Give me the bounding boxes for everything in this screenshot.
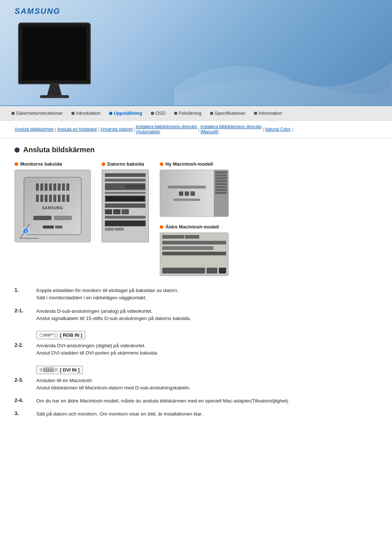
mac-old-port-2	[185, 235, 199, 239]
rgb-pins	[44, 334, 54, 336]
page-title: Ansluta bildskärmen	[23, 146, 95, 154]
nav-item-setup[interactable]: Uppställning	[105, 109, 147, 117]
monitor-back-col: Monitorns baksida	[15, 161, 91, 242]
mac-old-label: Äldre Macintosh-modell	[160, 224, 229, 230]
port-block	[62, 183, 65, 191]
mac-old-label-text: Äldre Macintosh-modell	[166, 224, 219, 230]
nav-item-safety[interactable]: Säkerhetsinstruktioner	[7, 109, 67, 117]
mac-old-slot-2	[162, 246, 213, 250]
step-2-2-num: 2-2.	[15, 342, 29, 348]
pc-large-port-2	[105, 195, 146, 202]
step-2-2: 2-2. Använda DVI-anslutningen (digital) …	[15, 342, 377, 357]
pc-back-col: Datorns baksida	[102, 161, 149, 242]
mac-side-slot-3	[215, 177, 227, 179]
nav-label-osd: OSD	[155, 110, 166, 116]
monitor-back-image: SAMSUNG 1	[15, 170, 91, 242]
port-block	[49, 195, 52, 202]
step-2-2-text: Använda DVI-anslutningen (digital) på vi…	[36, 342, 158, 357]
rgb-circle-left	[40, 333, 43, 337]
breadcrumb-item-connect[interactable]: Ansluta bildskärmen	[15, 127, 54, 132]
port-block	[53, 183, 56, 191]
nav-dot-intro	[72, 112, 74, 115]
mac-old-slot-1	[162, 241, 226, 244]
dvi-badge-label: [ DVI IN ]	[60, 367, 79, 373]
port-block	[40, 183, 43, 191]
mac-side-slot-6	[215, 186, 227, 188]
pc-label-dot	[102, 162, 105, 166]
step-2-4: 2-4. Om du har en äldre Macintosh-modell…	[15, 397, 377, 405]
pc-slot-1	[105, 173, 146, 177]
title-bullet	[15, 147, 20, 153]
mac-old-connector-1	[162, 268, 205, 274]
monitor-label-text: Monitorns baksida	[20, 161, 62, 167]
page-title-row: Ansluta bildskärmen	[15, 146, 377, 154]
mac-side-slot-1	[215, 171, 227, 174]
mac-side-slot-7	[215, 189, 227, 191]
nav-dot-troubleshoot	[174, 112, 177, 115]
mac-new-label: Ny Macintosh-modell	[160, 161, 229, 167]
step-2-3: 2-3. Ansluten till en MacintoshAnslut bi…	[15, 377, 377, 392]
nav-item-osd[interactable]: OSD	[147, 109, 170, 117]
monitor-back-label: Monitorns baksida	[15, 161, 62, 167]
step-3: 3. Sätt på datorn och monitorn. Om monit…	[15, 410, 377, 418]
port-row-2	[36, 195, 69, 202]
pc-usb-group	[105, 228, 146, 231]
mac-old-slot-3	[162, 252, 226, 255]
nav-item-specs[interactable]: Specifikationer	[206, 109, 250, 117]
main-content: Ansluta bildskärmen Monitorns baksida	[0, 138, 392, 431]
pc-port-group	[105, 209, 146, 214]
nav-label-info: Information	[258, 110, 282, 116]
nav-label-safety: Säkerhetsinstruktioner	[16, 110, 63, 116]
breadcrumb-item-stand[interactable]: Använda stativet	[100, 127, 132, 132]
breadcrumb: Ansluta bildskärmen | Ansluta en högtala…	[0, 121, 392, 138]
pc-slot-4	[105, 203, 146, 208]
step-2-4-text: Om du har en äldre Macintosh-modell, mås…	[36, 397, 289, 405]
rgb-icon	[40, 333, 58, 337]
step-2-4-num: 2-4.	[15, 397, 29, 403]
port-block	[45, 183, 48, 191]
port-block	[45, 195, 48, 202]
mac-old-col: Äldre Macintosh-modell	[160, 224, 229, 276]
pc-back-image	[102, 170, 149, 242]
rgb-circle-right	[54, 333, 58, 337]
breadcrumb-item-speaker[interactable]: Ansluta en högtalare	[57, 127, 97, 132]
step-2-3-text: Ansluten till en MacintoshAnslut bildskä…	[36, 377, 191, 392]
breadcrumb-item-natural-color[interactable]: Natural Color	[265, 127, 291, 132]
nav-dot-specs	[210, 112, 213, 115]
port-row-1	[36, 183, 69, 191]
breadcrumb-item-driver-manual[interactable]: Installera bildskärmens drivrutin(Manuel…	[200, 124, 262, 134]
mac-side-slot-5	[215, 183, 227, 185]
nav-item-intro[interactable]: Introduktion	[67, 109, 105, 117]
dvi-pins-inner	[44, 369, 53, 371]
step-2-3-num: 2-3.	[15, 377, 29, 383]
mac-port-2	[185, 191, 189, 196]
step-2-1-num: 2-1.	[15, 308, 29, 313]
dvi-circle-right	[55, 368, 58, 371]
mac-drive-slot	[168, 186, 206, 189]
pc-slot-3	[105, 192, 146, 194]
mac-new-dot	[160, 162, 163, 166]
mac-drive-slot-2	[173, 199, 200, 201]
step-3-num: 3.	[15, 410, 29, 416]
mac-new-body	[160, 170, 214, 216]
pc-large-port-1	[105, 183, 146, 190]
monitor-label-dot	[15, 162, 18, 166]
instructions-section: 1. Koppla elsladden för monitorn till el…	[15, 287, 377, 418]
samsung-watermark: SAMSUNG	[42, 206, 63, 210]
navigation-bar: Säkerhetsinstruktioner Introduktion Upps…	[0, 105, 392, 121]
nav-item-info[interactable]: Information	[250, 109, 286, 117]
breadcrumb-item-driver-auto[interactable]: Installera bildskärmens drivrutin(Automa…	[136, 124, 197, 134]
dvi-connector-badge: [ DVI IN ]	[36, 366, 83, 374]
port-block	[66, 183, 69, 191]
mac-side-slot-8	[215, 192, 227, 194]
port-block	[40, 195, 43, 202]
port-block	[36, 195, 39, 202]
port-block	[58, 183, 61, 191]
hero-banner: SAMSUNG	[0, 0, 392, 105]
nav-item-troubleshoot[interactable]: Felsökning	[170, 109, 206, 117]
dvi-rect	[43, 368, 54, 372]
mac-old-row-1	[162, 235, 226, 239]
step-3-text: Sätt på datorn och monitorn. Om monitorn…	[36, 410, 203, 418]
mac-new-image	[160, 170, 229, 217]
step-2-1-text: Använda D-sub-anslutningen (analog) på v…	[36, 308, 191, 323]
